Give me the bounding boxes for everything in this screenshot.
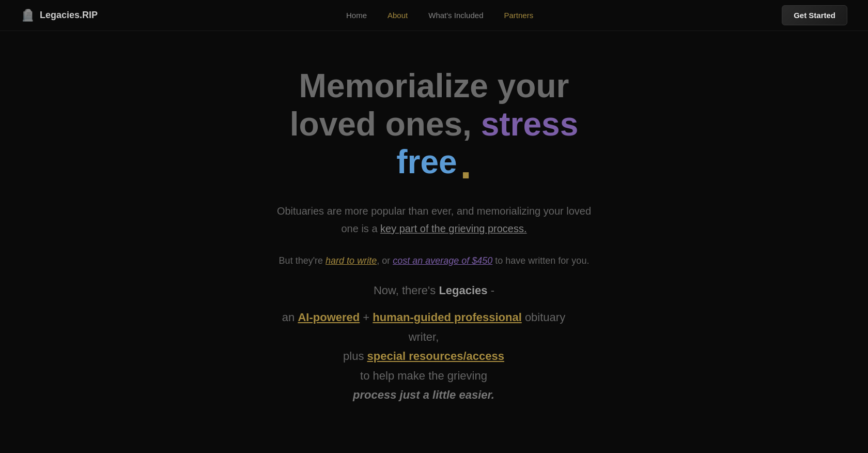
an-text: an bbox=[282, 311, 298, 324]
nav-link-partners[interactable]: Partners bbox=[504, 11, 533, 20]
now-text: Now, there's bbox=[374, 284, 439, 297]
resources-link[interactable]: special resources/access bbox=[367, 350, 504, 363]
legacies-line: Now, there's Legacies - bbox=[274, 284, 594, 297]
hero-subtitle: Obituaries are more popular than ever, a… bbox=[274, 202, 594, 237]
plus-text: + bbox=[360, 311, 373, 324]
hero-title-free: free bbox=[396, 143, 457, 180]
hero-title-dot: . bbox=[460, 141, 472, 187]
but-text: But they're bbox=[279, 255, 326, 266]
or-text: , or bbox=[377, 255, 393, 266]
grieving-before: to help make the grieving bbox=[360, 369, 487, 382]
secondary-text: But they're hard to write, or cost an av… bbox=[274, 253, 594, 269]
cost-link[interactable]: cost an average of $450 bbox=[393, 255, 492, 266]
hero-title: Memorialize your loved ones, stress free… bbox=[274, 67, 594, 182]
hero-title-stress: stress bbox=[481, 105, 579, 143]
nav-link-about[interactable]: About bbox=[388, 11, 408, 20]
resources-before: plus bbox=[343, 350, 367, 363]
key-part-link[interactable]: key part of the grieving process. bbox=[380, 223, 526, 234]
logo-text: Legacies.RIP bbox=[40, 10, 98, 21]
hard-to-write-link[interactable]: hard to write bbox=[326, 255, 377, 266]
dash-text: - bbox=[488, 284, 494, 297]
grieving-after: process just a little easier. bbox=[353, 388, 494, 401]
ai-powered-link[interactable]: AI-powered bbox=[298, 311, 360, 324]
logo-link[interactable]: 🪦 Legacies.RIP bbox=[21, 9, 98, 22]
logo-icon: 🪦 bbox=[21, 9, 35, 22]
ai-section: an AI-powered + human-guided professiona… bbox=[274, 308, 574, 366]
nav-link-whats-included[interactable]: What's Included bbox=[428, 11, 483, 20]
nav-item-partners[interactable]: Partners bbox=[504, 11, 533, 20]
legacies-strong: Legacies bbox=[439, 284, 487, 297]
nav-item-about[interactable]: About bbox=[388, 11, 408, 20]
nav-item-whats-included[interactable]: What's Included bbox=[428, 11, 483, 20]
cost-after: to have written for you. bbox=[492, 255, 589, 266]
nav-link-home[interactable]: Home bbox=[346, 11, 367, 20]
human-guided-link[interactable]: human-guided professional bbox=[373, 311, 521, 324]
nav-item-home[interactable]: Home bbox=[346, 11, 367, 20]
main-content: Memorialize your loved ones, stress free… bbox=[0, 0, 868, 404]
navbar: 🪦 Legacies.RIP Home About What's Include… bbox=[0, 0, 868, 31]
get-started-button[interactable]: Get Started bbox=[782, 5, 847, 25]
hero-section: Memorialize your loved ones, stress free… bbox=[274, 31, 594, 404]
grieving-text: to help make the grieving process just a… bbox=[274, 366, 574, 405]
nav-links: Home About What's Included Partners bbox=[346, 11, 533, 20]
